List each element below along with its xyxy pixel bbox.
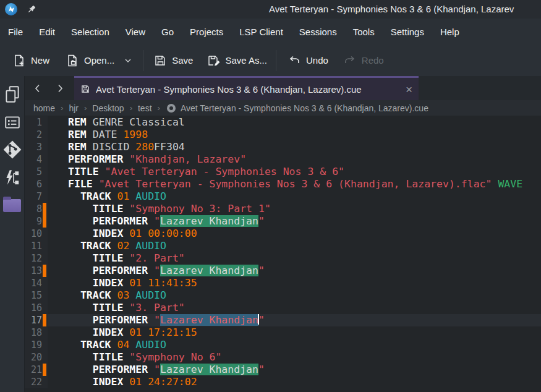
code-line: 5TITLE "Avet Terteryan - Symphonies Nos …	[25, 166, 541, 178]
code-line: 11 TRACK 02 AUDIO	[25, 240, 541, 252]
line-number: 10	[25, 228, 42, 240]
new-button-label: New	[31, 55, 49, 66]
menu-item-settings[interactable]: Settings	[383, 23, 432, 41]
line-number: 17	[25, 314, 42, 326]
line-number: 7	[25, 190, 42, 203]
window-title: Avet Terteryan - Symphonies Nos 3 & 6 (K…	[269, 0, 514, 19]
code-text[interactable]: PERFORMER "Lazarev Khandjan"	[48, 314, 541, 326]
left-dock	[0, 76, 25, 392]
document-open-icon	[66, 54, 79, 67]
code-text[interactable]: TRACK 01 AUDIO	[48, 190, 541, 203]
code-text[interactable]: INDEX 01 11:41:35	[48, 277, 541, 289]
git-icon[interactable]	[0, 139, 25, 160]
code-text[interactable]: TRACK 03 AUDIO	[48, 289, 541, 302]
save-icon	[153, 54, 167, 67]
breadcrumb-segment[interactable]: home	[32, 103, 56, 113]
line-number: 8	[25, 203, 42, 215]
breadcrumb-file[interactable]: Avet Terteryan - Symphonies Nos 3 & 6 (K…	[181, 103, 428, 113]
modified-line-marker	[42, 326, 48, 339]
forward-button[interactable]	[51, 76, 69, 100]
code-text[interactable]: INDEX 01 24:27:02	[48, 376, 541, 388]
code-text[interactable]: PERFORMER "Lazarev Khandjan"	[48, 265, 541, 277]
breadcrumb-segment[interactable]: Desktop	[91, 103, 125, 113]
code-text[interactable]: TITLE "2. Part"	[48, 252, 541, 265]
line-number: 15	[25, 289, 42, 302]
open-button[interactable]: Open...	[66, 54, 133, 67]
new-button[interactable]: New	[12, 54, 49, 67]
menu-item-selection[interactable]: Selection	[63, 23, 117, 41]
save-as-button[interactable]: Save As...	[207, 54, 267, 67]
document-tab[interactable]: Avet Terteryan - Symphonies Nos 3 & 6 (K…	[74, 76, 419, 100]
toolbar: New Open... Save Save As... Undo	[0, 45, 541, 76]
redo-button[interactable]: Redo	[343, 54, 384, 67]
menu-item-tools[interactable]: Tools	[345, 23, 383, 41]
line-number: 22	[25, 376, 42, 388]
line-number: 14	[25, 277, 42, 289]
menu-item-go[interactable]: Go	[153, 23, 182, 41]
line-number: 9	[25, 215, 42, 228]
code-editor[interactable]: 1REM GENRE Classical2REM DATE 19983REM D…	[25, 116, 541, 392]
code-text[interactable]: INDEX 01 00:00:00	[48, 228, 541, 240]
code-text[interactable]: INDEX 01 17:21:15	[48, 326, 541, 339]
code-line: 9 PERFORMER "Lazarev Khandjan"	[25, 215, 541, 228]
chevron-down-icon[interactable]	[123, 56, 133, 66]
menu-item-edit[interactable]: Edit	[31, 23, 63, 41]
chevron-right-icon	[54, 83, 66, 94]
code-text[interactable]: FILE "Avet Terteryan - Symphonies Nos 3 …	[48, 178, 541, 190]
menu-item-file[interactable]: File	[0, 23, 31, 41]
breadcrumb-separator: ›	[153, 103, 164, 113]
code-text[interactable]: REM GENRE Classical	[48, 116, 541, 129]
code-text[interactable]: PERFORMER "Khandjan, Lazarev"	[48, 153, 541, 166]
list-panel-icon[interactable]	[0, 114, 25, 130]
modified-line-marker	[42, 190, 48, 203]
code-text[interactable]: REM DATE 1998	[48, 129, 541, 141]
code-text[interactable]: TITLE "Symphony No 6"	[48, 351, 541, 364]
code-line: 4PERFORMER "Khandjan, Lazarev"	[25, 153, 541, 166]
line-number: 19	[25, 339, 42, 351]
pin-icon[interactable]	[25, 2, 38, 16]
modified-line-marker	[42, 302, 48, 314]
code-line: 22 INDEX 01 24:27:02	[25, 376, 541, 388]
line-number: 21	[25, 364, 42, 376]
modified-line-marker	[42, 129, 48, 141]
code-line: 1REM GENRE Classical	[25, 116, 541, 129]
tabbar: Avet Terteryan - Symphonies Nos 3 & 6 (K…	[25, 76, 541, 100]
code-line: 18 INDEX 01 17:21:15	[25, 326, 541, 339]
save-button[interactable]: Save	[153, 54, 193, 67]
code-text[interactable]: REM DISCID 280FF304	[48, 141, 541, 153]
symbols-icon[interactable]	[0, 169, 25, 187]
menu-item-help[interactable]: Help	[432, 23, 467, 41]
line-number: 4	[25, 153, 42, 166]
kate-app-icon[interactable]	[5, 3, 17, 15]
menu-item-projects[interactable]: Projects	[182, 23, 231, 41]
code-line: 6FILE "Avet Terteryan - Symphonies Nos 3…	[25, 178, 541, 190]
project-folder-icon[interactable]	[0, 197, 25, 212]
code-text[interactable]: PERFORMER "Lazarev Khandjan"	[48, 364, 541, 376]
redo-icon	[343, 54, 357, 67]
menu-item-view[interactable]: View	[117, 23, 153, 41]
code-line: 16 TITLE "3. Part"	[25, 302, 541, 314]
back-button[interactable]	[28, 76, 47, 100]
modified-line-marker	[42, 178, 48, 190]
menu-item-lsp-client[interactable]: LSP Client	[231, 23, 291, 41]
code-text[interactable]: TITLE "Avet Terteryan - Symphonies Nos 3…	[48, 166, 541, 178]
modified-line-marker	[42, 116, 48, 129]
modified-line-marker	[42, 141, 48, 153]
code-text[interactable]: TITLE "3. Part"	[48, 302, 541, 314]
code-text[interactable]: PERFORMER "Lazarev Khandjan"	[48, 215, 541, 228]
modified-line-marker	[42, 240, 48, 252]
menu-item-sessions[interactable]: Sessions	[291, 23, 345, 41]
code-line: 2REM DATE 1998	[25, 129, 541, 141]
titlebar: Avet Terteryan - Symphonies Nos 3 & 6 (K…	[0, 0, 541, 19]
tab-close-icon[interactable]: ×	[406, 83, 412, 95]
documents-icon[interactable]	[0, 85, 25, 104]
breadcrumb-segment[interactable]: hjr	[67, 103, 80, 113]
line-number: 18	[25, 326, 42, 339]
undo-button[interactable]: Undo	[288, 54, 328, 67]
code-text[interactable]: TITLE "Symphony No 3: Part 1"	[48, 203, 541, 215]
modified-line-marker	[42, 228, 48, 240]
breadcrumb-segment[interactable]: test	[137, 103, 153, 113]
code-text[interactable]: TRACK 02 AUDIO	[48, 240, 541, 252]
code-text[interactable]: TRACK 04 AUDIO	[48, 339, 541, 351]
modified-line-marker	[42, 252, 48, 265]
